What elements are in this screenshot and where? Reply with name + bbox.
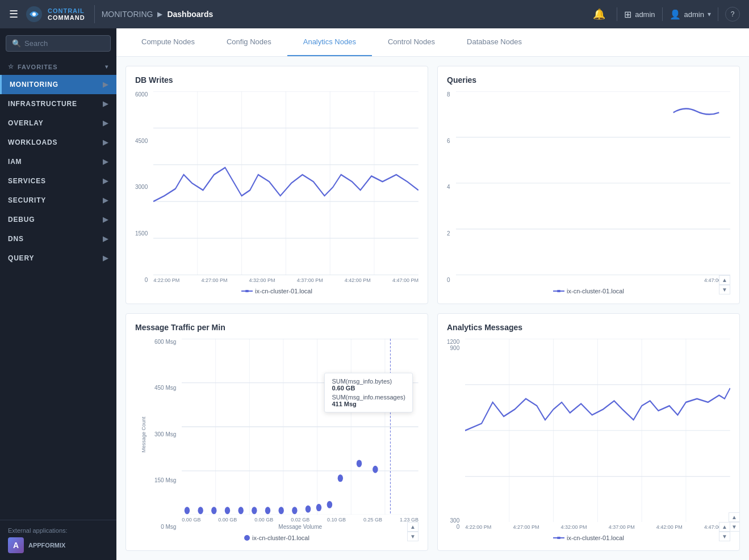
svg-point-35 xyxy=(198,507,203,514)
queries-svg xyxy=(456,91,730,275)
legend-line-icon xyxy=(241,290,253,292)
message-traffic-x-labels: 0.00 GB 0.00 GB 0.00 GB 0.02 GB 0.10 GB … xyxy=(182,515,419,523)
svg-point-48 xyxy=(373,465,378,473)
sidebar-item-dns[interactable]: DNS ▶ xyxy=(0,229,116,249)
analytics-messages-collapse-btn[interactable]: ▼ xyxy=(719,532,730,541)
query-arrow-icon: ▶ xyxy=(103,254,108,262)
help-icon[interactable]: ? xyxy=(725,7,740,22)
dashboard-user[interactable]: ⊞ admin xyxy=(624,9,655,20)
search-input[interactable] xyxy=(24,39,116,48)
svg-point-42 xyxy=(292,507,297,514)
sidebar-item-monitoring[interactable]: MONITORING ▶ xyxy=(0,75,116,94)
security-arrow-icon: ▶ xyxy=(103,196,108,204)
db-writes-expand-btn[interactable]: ▲ xyxy=(729,512,740,522)
overlay-arrow-icon: ▶ xyxy=(103,119,108,127)
sidebar-item-query[interactable]: QUERY ▶ xyxy=(0,249,116,268)
search-box[interactable]: 🔍 xyxy=(6,35,111,52)
analytics-messages-chart-card: Analytics Messages 1200 900 300 0 xyxy=(437,313,740,551)
queries-legend-line-icon xyxy=(553,290,564,292)
notification-bell-icon[interactable]: 🔔 xyxy=(588,6,610,23)
legend-circle-icon xyxy=(244,535,250,541)
star-icon: ☆ xyxy=(8,63,14,70)
message-traffic-legend: ix-cn-cluster-01.local ▲ ▼ xyxy=(135,534,419,541)
svg-point-34 xyxy=(185,507,190,514)
dns-arrow-icon: ▶ xyxy=(103,235,108,243)
x-axis-label: Message Volume xyxy=(182,524,419,530)
infrastructure-arrow-icon: ▶ xyxy=(103,100,108,108)
tab-compute-nodes[interactable]: Compute Nodes xyxy=(125,28,211,56)
svg-point-37 xyxy=(225,507,230,514)
svg-point-44 xyxy=(316,504,321,511)
svg-point-46 xyxy=(338,474,343,482)
queries-chart-area xyxy=(456,91,730,275)
services-arrow-icon: ▶ xyxy=(103,177,108,185)
db-writes-svg xyxy=(153,91,419,275)
db-writes-x-labels: 4:22:00 PM 4:27:00 PM 4:32:00 PM 4:37:00… xyxy=(153,275,419,283)
analytics-messages-svg xyxy=(465,339,730,523)
message-traffic-svg xyxy=(182,339,419,515)
message-traffic-collapse-btn[interactable]: ▼ xyxy=(407,532,419,541)
monitoring-arrow-icon: ▶ xyxy=(103,81,108,89)
appformix-logo[interactable]: A APPFORMIX xyxy=(8,537,108,553)
sidebar-item-infrastructure[interactable]: INFRASTRUCTURE ▶ xyxy=(0,94,116,113)
analytics-messages-title: Analytics Messages xyxy=(447,323,730,332)
svg-point-40 xyxy=(265,507,270,514)
queries-collapse-btn[interactable]: ▼ xyxy=(719,285,730,294)
sidebar-item-workloads[interactable]: WORKLOADS ▶ xyxy=(0,133,116,152)
queries-legend: ix-cn-cluster-01.local ▲ ▼ xyxy=(447,288,730,294)
sidebar-item-debug[interactable]: DEBUG ▶ xyxy=(0,210,116,229)
divider1 xyxy=(617,7,617,21)
db-writes-collapse-btn[interactable]: ▼ xyxy=(729,522,740,532)
queries-x-labels: 4:47:00 PM xyxy=(456,275,730,283)
y-axis-label: Message Count xyxy=(135,339,152,530)
sidebar-item-iam[interactable]: IAM ▶ xyxy=(0,152,116,171)
svg-point-47 xyxy=(357,460,362,467)
tabs-bar: Compute Nodes Config Nodes Analytics Nod… xyxy=(116,28,749,57)
search-icon: 🔍 xyxy=(12,39,21,48)
tab-analytics-nodes[interactable]: Analytics Nodes xyxy=(287,28,372,56)
message-traffic-chart-area: SUM(msg_info.bytes) 0.60 GB SUM(msg_info… xyxy=(182,339,419,515)
message-traffic-expand-btn[interactable]: ▲ xyxy=(407,522,419,532)
db-writes-chart-card: DB Writes 6000 4500 3000 1500 0 xyxy=(125,66,428,304)
sidebar-item-services[interactable]: SERVICES ▶ xyxy=(0,171,116,191)
dashboard-grid: DB Writes 6000 4500 3000 1500 0 xyxy=(116,57,749,560)
user-icon: 👤 xyxy=(670,9,681,20)
workloads-arrow-icon: ▶ xyxy=(103,138,108,146)
db-writes-title: DB Writes xyxy=(135,75,419,85)
analytics-messages-y-labels: 1200 900 300 0 xyxy=(447,339,463,530)
message-traffic-y-labels: 600 Msg 450 Msg 300 Msg 150 Msg 0 Msg xyxy=(154,339,179,530)
iam-arrow-icon: ▶ xyxy=(103,158,108,166)
appformix-icon: A xyxy=(8,537,24,553)
tab-control-nodes[interactable]: Control Nodes xyxy=(372,28,451,56)
logo-icon xyxy=(25,5,43,23)
analytics-messages-x-labels: 4:22:00 PM 4:27:00 PM 4:32:00 PM 4:37:00… xyxy=(465,522,730,530)
message-traffic-title: Message Traffic per Min xyxy=(135,323,419,332)
menu-icon[interactable]: ☰ xyxy=(9,8,18,20)
user-menu[interactable]: 👤 admin ▾ xyxy=(670,9,711,20)
db-writes-chart-area xyxy=(153,91,419,275)
queries-title: Queries xyxy=(447,75,730,85)
analytics-messages-legend: ix-cn-cluster-01.local ▲ ▼ xyxy=(447,534,730,541)
db-writes-legend: ix-cn-cluster-01.local ▲ ▼ xyxy=(135,288,419,294)
sidebar: 🔍 ☆ FAVORITES ▾ MONITORING ▶ INFRASTRUCT… xyxy=(0,28,116,560)
svg-point-39 xyxy=(252,507,257,514)
main-content: Compute Nodes Config Nodes Analytics Nod… xyxy=(116,28,749,560)
favorites-section[interactable]: ☆ FAVORITES ▾ xyxy=(0,58,116,75)
sidebar-footer: External applications: A APPFORMIX xyxy=(0,520,116,560)
queries-expand-btn[interactable]: ▲ xyxy=(719,275,730,285)
divider3 xyxy=(718,7,718,21)
analytics-messages-expand-btn[interactable]: ▲ xyxy=(719,522,730,532)
sidebar-item-overlay[interactable]: OVERLAY ▶ xyxy=(0,113,116,133)
analytics-messages-chart-area xyxy=(465,339,730,523)
message-traffic-chart-card: Message Traffic per Min Message Count 60… xyxy=(125,313,428,551)
tab-config-nodes[interactable]: Config Nodes xyxy=(211,28,287,56)
sidebar-item-security[interactable]: SECURITY ▶ xyxy=(0,191,116,210)
dashboard-icon: ⊞ xyxy=(624,9,631,20)
svg-point-36 xyxy=(211,507,216,514)
queries-chart-card: Queries 8 6 4 2 0 xyxy=(437,66,740,304)
logo: CONTRAIL COMMAND xyxy=(25,5,95,23)
db-writes-y-labels: 6000 4500 3000 1500 0 xyxy=(135,91,151,283)
debug-arrow-icon: ▶ xyxy=(103,216,108,224)
tab-database-nodes[interactable]: Database Nodes xyxy=(451,28,538,56)
svg-point-38 xyxy=(238,507,244,514)
